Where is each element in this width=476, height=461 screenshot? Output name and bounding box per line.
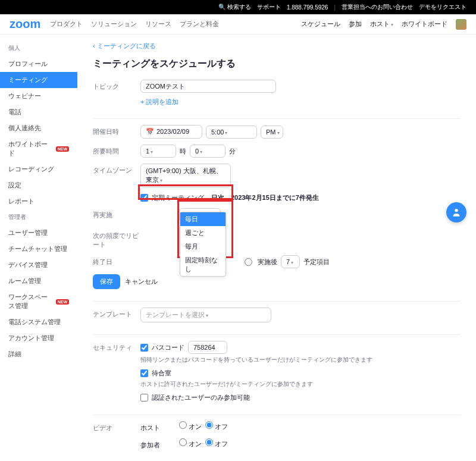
passcode-input[interactable]: [188, 341, 227, 354]
sidebar-item[interactable]: レコーディング: [0, 161, 77, 177]
host-video-off[interactable]: オフ: [205, 421, 228, 431]
sidebar-section-admin: 管理者: [0, 209, 77, 225]
waiting-room-hint: ホストに許可されたユーザーだけがミーティングに参加できます: [140, 380, 461, 388]
duration-hr-select[interactable]: 1: [140, 145, 176, 158]
contact-sales-link[interactable]: 営業担当へのお問い合わせ: [342, 3, 413, 11]
topic-input[interactable]: [140, 80, 276, 93]
recurrence-option[interactable]: 週ごと: [180, 226, 226, 240]
support-phone[interactable]: 1.888.799.5926: [287, 4, 328, 11]
sidebar-item[interactable]: レポート: [0, 193, 77, 209]
help-icon: [452, 208, 461, 217]
svg-point-0: [455, 209, 458, 212]
label-hr-unit: 時: [180, 147, 186, 156]
help-fab[interactable]: [446, 202, 466, 222]
sidebar-section-personal: 個人: [0, 40, 77, 56]
cancel-button[interactable]: キャンセル: [120, 274, 162, 289]
label-topic: トピック: [93, 80, 140, 91]
passcode-checkbox[interactable]: [140, 344, 148, 352]
separator: |: [334, 4, 336, 11]
sidebar-item[interactable]: 設定: [0, 177, 77, 193]
recurrence-option[interactable]: 毎日: [180, 212, 226, 226]
sidebar-item[interactable]: ウェビナー: [0, 88, 77, 104]
date-input[interactable]: 📅 2023/02/09: [140, 125, 202, 139]
sidebar-item[interactable]: ミーティング: [0, 72, 77, 88]
time-select[interactable]: 5:00: [206, 126, 257, 139]
nav-whiteboard[interactable]: ホワイトボード: [402, 20, 447, 29]
authenticated-label: 認証されたユーザーのみ参加可能: [152, 393, 250, 402]
content: ‹ ミーティングに戻る ミーティングをスケジュールする トピック + 説明を追加…: [77, 35, 476, 461]
sidebar-item[interactable]: プロフィール: [0, 56, 77, 72]
top-utility-bar: 検索する サポート 1.888.799.5926 | 営業担当へのお問い合わせ …: [0, 0, 476, 14]
recurrence-dropdown[interactable]: 毎日週ごと毎月固定時刻なし: [180, 212, 226, 277]
nav-plan[interactable]: プランと料金: [180, 20, 219, 29]
nav-resource[interactable]: リソース: [145, 20, 171, 29]
request-demo-link[interactable]: デモをリクエスト: [419, 3, 466, 11]
label-repeat-freq: 次の頻度でリピート: [93, 229, 140, 249]
sidebar-item[interactable]: チームチャット管理: [0, 241, 77, 257]
label-host-video: ホスト: [140, 421, 179, 432]
back-to-meetings-link[interactable]: ‹ ミーティングに戻る: [93, 42, 156, 49]
label-duration: 所要時間: [93, 145, 140, 156]
page-title: ミーティングをスケジュールする: [93, 58, 461, 70]
sidebar-item[interactable]: 電話: [0, 104, 77, 120]
sidebar-item[interactable]: 電話システム管理: [0, 314, 77, 330]
new-badge: NEW: [56, 299, 69, 305]
passcode-label: パスコード: [152, 343, 184, 352]
template-select[interactable]: テンプレートを選択: [140, 308, 271, 322]
sidebar-item[interactable]: ルーム管理: [0, 273, 77, 289]
sidebar-item[interactable]: ユーザー管理: [0, 225, 77, 241]
duration-min-select[interactable]: 0: [190, 145, 226, 158]
search-link[interactable]: 検索する: [218, 3, 251, 11]
sidebar-item[interactable]: ワークスペース管理NEW: [0, 289, 77, 314]
recurrence-option[interactable]: 毎月: [180, 240, 226, 253]
recurring-summary: 日次、2023年2月15日までに7件発生: [211, 193, 319, 202]
participant-video-on[interactable]: オン: [179, 438, 202, 449]
nav-solution[interactable]: ソリューション: [91, 20, 137, 29]
label-when: 開催日時: [93, 125, 140, 136]
participant-video-off[interactable]: オフ: [205, 438, 228, 449]
nav-host[interactable]: ホスト: [370, 20, 393, 29]
nav-product[interactable]: プロダクト: [50, 20, 83, 29]
passcode-hint: 招待リンクまたはパスコードを持っているユーザーだけがミーティングに参加できます: [140, 356, 461, 364]
main-nav: プロダクト ソリューション リソース プランと料金: [50, 20, 219, 29]
add-description-link[interactable]: + 説明を追加: [140, 98, 178, 105]
host-video-on[interactable]: オン: [179, 421, 202, 431]
recurring-checkbox[interactable]: [140, 194, 148, 202]
global-header: zoom プロダクト ソリューション リソース プランと料金 スケジュール 参加…: [0, 14, 476, 35]
nav-schedule[interactable]: スケジュール: [301, 20, 340, 29]
new-badge: NEW: [56, 146, 69, 152]
label-security: セキュリティ: [93, 341, 140, 352]
timezone-select[interactable]: (GMT+9:00) 大阪、札幌、東京: [140, 164, 231, 187]
save-button[interactable]: 保存: [93, 274, 120, 289]
sidebar-item[interactable]: ホワイトボードNEW: [0, 136, 77, 161]
sidebar: 個人 プロフィールミーティングウェビナー電話個人連絡先ホワイトボードNEWレコー…: [0, 35, 77, 461]
occurrence-count-select[interactable]: 7: [281, 255, 300, 268]
label-timezone: タイムゾーン: [93, 164, 140, 175]
nav-right: スケジュール 参加 ホスト ホワイトボード: [301, 19, 466, 30]
waiting-room-checkbox[interactable]: [140, 369, 148, 377]
label-template: テンプレート: [93, 308, 140, 319]
end-by-occurrence-radio[interactable]: 実施後: [245, 258, 277, 266]
label-end-date: 終了日: [93, 255, 140, 266]
ampm-select[interactable]: PM: [261, 126, 283, 139]
avatar[interactable]: [456, 19, 466, 30]
sidebar-item[interactable]: 詳細: [0, 346, 77, 362]
label-recurrence: 再実施: [93, 208, 140, 219]
support-link[interactable]: サポート: [257, 3, 281, 11]
label-min-unit: 分: [229, 147, 236, 156]
waiting-room-label: 待合室: [152, 369, 171, 378]
sidebar-item[interactable]: デバイス管理: [0, 257, 77, 273]
authenticated-checkbox[interactable]: [140, 394, 148, 402]
recurrence-option[interactable]: 固定時刻なし: [180, 253, 226, 276]
occurrence-unit: 予定項目: [303, 258, 330, 266]
zoom-logo[interactable]: zoom: [10, 17, 40, 31]
nav-join[interactable]: 参加: [349, 20, 362, 29]
recurring-label: 定期ミーティング: [152, 193, 204, 202]
label-participant-video: 参加者: [140, 438, 179, 450]
label-video: ビデオ: [93, 421, 140, 432]
sidebar-item[interactable]: アカウント管理: [0, 330, 77, 346]
sidebar-item[interactable]: 個人連絡先: [0, 120, 77, 136]
